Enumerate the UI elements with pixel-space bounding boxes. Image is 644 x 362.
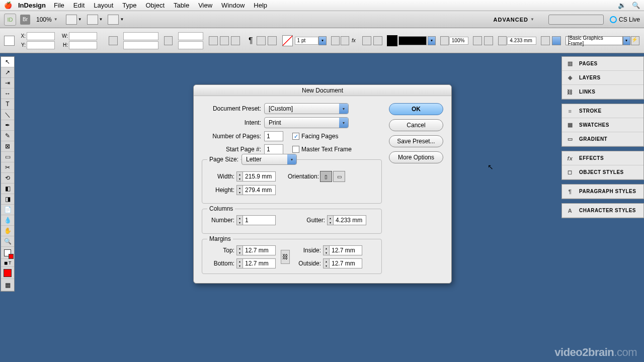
columns-number-input[interactable]: ▴▾ 1 [236, 215, 276, 225]
rectangle-frame-tool[interactable]: ⊠ [1, 141, 14, 152]
volume-icon[interactable]: 🔉 [618, 2, 626, 9]
scissors-tool[interactable]: ✂ [1, 162, 14, 173]
stroke-style[interactable] [398, 36, 427, 45]
panel-links[interactable]: ⛓LINKS [562, 85, 643, 99]
direct-selection-tool[interactable]: ↗ [1, 67, 14, 78]
gradient-swatch-tool[interactable]: ◧ [1, 184, 14, 194]
panel-gradient[interactable]: ▭GRADIENT [562, 132, 643, 146]
opacity-icon[interactable] [440, 36, 449, 45]
note-tool[interactable]: 📄 [1, 205, 14, 215]
flip-v-icon[interactable] [220, 36, 229, 45]
x-field[interactable] [27, 32, 55, 40]
pen-tool[interactable]: ✒ [1, 120, 14, 131]
zoom-tool[interactable]: 🔍 [1, 236, 14, 247]
scale-x-field[interactable] [123, 32, 158, 40]
text-wrap-1-icon[interactable] [362, 36, 371, 45]
panel-object-styles[interactable]: ◻OBJECT STYLES [562, 165, 643, 179]
view-options-1[interactable] [66, 15, 77, 25]
view-options-3[interactable] [108, 15, 119, 25]
rotate-cw-icon[interactable] [231, 36, 240, 45]
margin-top-input[interactable]: ▴▾ 12.7 mm [236, 245, 276, 255]
pencil-tool[interactable]: ✎ [1, 131, 14, 141]
facing-pages-checkbox[interactable]: ✓ [292, 133, 299, 140]
view-options-2[interactable] [87, 15, 98, 25]
flip-h-icon[interactable] [209, 36, 218, 45]
menu-view[interactable]: View [198, 2, 212, 9]
preset-arrow[interactable]: ▾ [623, 36, 630, 45]
line-tool[interactable]: ＼ [1, 110, 14, 120]
menu-file[interactable]: File [54, 2, 64, 9]
spotlight-icon[interactable]: 🔍 [632, 2, 640, 9]
shear-field[interactable] [178, 41, 203, 49]
margin-outside-input[interactable]: ▴▾ 12.7 mm [323, 258, 362, 268]
gradient-feather-tool[interactable]: ◨ [1, 194, 14, 205]
align-1-icon[interactable] [473, 36, 482, 45]
menu-layout[interactable]: Layout [94, 2, 113, 9]
gutter-display[interactable]: 4.233 mm [507, 37, 536, 45]
cs-live-icon[interactable] [610, 16, 617, 23]
panel-pages[interactable]: ▥PAGES [562, 57, 643, 71]
w-field[interactable] [69, 32, 97, 40]
menu-window[interactable]: Window [221, 2, 245, 9]
view-mode[interactable]: ▦ [1, 279, 14, 291]
start-page-input[interactable] [264, 144, 283, 154]
menu-object[interactable]: Object [146, 2, 165, 9]
menu-help[interactable]: Help [254, 2, 267, 9]
h-field[interactable] [69, 41, 97, 49]
corner-icon[interactable] [498, 36, 507, 45]
doc-preset-select[interactable]: [Custom] ▾ [264, 103, 349, 114]
menu-table[interactable]: Table [174, 2, 189, 9]
margin-inside-input[interactable]: ▴▾ 12.7 mm [323, 245, 362, 255]
page-tool[interactable]: ⇥ [1, 78, 14, 88]
fit-1-icon[interactable] [541, 36, 550, 45]
text-wrap-2-icon[interactable] [373, 36, 382, 45]
rectangle-tool[interactable]: ▭ [1, 152, 14, 162]
free-transform-tool[interactable]: ⟲ [1, 173, 14, 184]
select-content-icon[interactable] [268, 36, 277, 45]
workspace-dropdown-icon[interactable]: ▼ [530, 17, 534, 22]
zoom-level[interactable]: 100% [36, 16, 52, 23]
cs-live-label[interactable]: CS Live [619, 16, 640, 23]
effects-fx-icon[interactable]: fx [352, 38, 356, 43]
apply-color[interactable]: ◼ T [1, 259, 14, 267]
link-margins-toggle[interactable]: ⛓ [281, 250, 290, 264]
rotate-field[interactable] [178, 32, 203, 40]
stroke-weight-stepper[interactable]: ▾ [318, 36, 326, 45]
height-input[interactable]: ▴▾ 279.4 mm [236, 185, 276, 195]
panel-effects[interactable]: fxEFFECTS [562, 151, 643, 165]
panel-layers[interactable]: ◈LAYERS [562, 71, 643, 85]
hand-tool[interactable]: ✋ [1, 226, 14, 236]
margin-bottom-input[interactable]: ▴▾ 12.7 mm [236, 258, 276, 268]
default-fill-stroke[interactable] [1, 267, 14, 279]
page-size-select[interactable]: Letter ▾ [242, 154, 297, 165]
gutter-input[interactable]: ▴▾ 4.233 mm [327, 215, 366, 225]
quick-apply-icon[interactable]: ⚡ [631, 36, 639, 45]
panel-swatches[interactable]: ▦SWATCHES [562, 118, 643, 132]
zoom-dropdown-icon[interactable]: ▼ [54, 17, 58, 22]
drop-shadow-icon[interactable] [341, 36, 349, 45]
fill-stroke-swap[interactable] [1, 247, 14, 259]
select-container-icon[interactable] [257, 36, 266, 45]
panel-paragraph-styles[interactable]: ¶PARAGRAPH STYLES [562, 185, 643, 199]
fill-swatch[interactable] [282, 35, 293, 46]
search-input[interactable] [548, 15, 604, 25]
menu-edit[interactable]: Edit [73, 2, 85, 9]
workspace-switcher[interactable]: ADVANCED [494, 17, 529, 23]
master-text-frame-checkbox[interactable] [292, 146, 299, 153]
panel-character-styles[interactable]: ACHARACTER STYLES [562, 204, 643, 218]
save-preset-button[interactable]: Save Preset... [389, 135, 443, 147]
intent-select[interactable]: Print ▾ [264, 117, 349, 128]
fit-2-icon[interactable] [552, 36, 561, 45]
y-field[interactable] [27, 41, 55, 49]
type-tool[interactable]: T [1, 99, 14, 110]
app-name[interactable]: InDesign [18, 2, 46, 9]
stroke-style-dropdown[interactable]: ▾ [428, 36, 435, 45]
rotate-icon[interactable] [164, 36, 173, 45]
num-pages-input[interactable] [264, 131, 283, 141]
orientation-portrait[interactable]: ▯ [320, 171, 332, 182]
fill-color-icon[interactable] [387, 35, 397, 46]
more-options-button[interactable]: More Options [389, 151, 443, 163]
stroke-weight-field[interactable]: 1 pt [295, 37, 319, 45]
ok-button[interactable]: OK [389, 103, 443, 115]
cancel-button[interactable]: Cancel [389, 119, 443, 131]
